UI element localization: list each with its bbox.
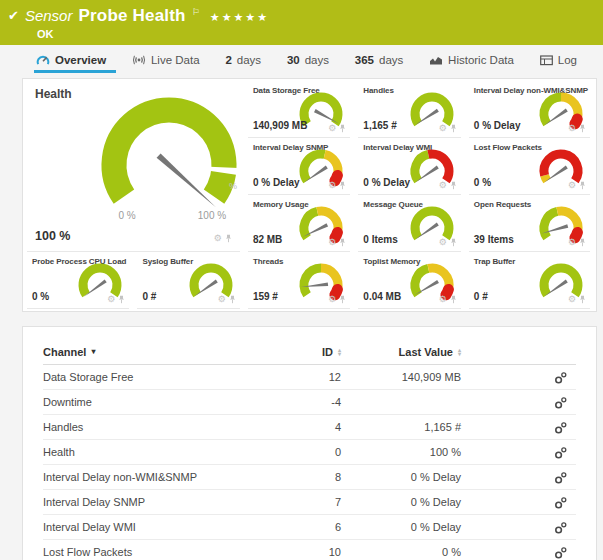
- channel-settings-icon[interactable]: [554, 421, 568, 434]
- column-header-last-value[interactable]: Last Value ▴▾: [341, 346, 461, 358]
- gauge-value: 39 Items: [474, 234, 514, 245]
- channel-id: 6: [231, 521, 341, 533]
- sensor-type-label: Sensor: [25, 7, 73, 24]
- channel-name[interactable]: Interval Delay SNMP: [43, 496, 231, 508]
- gear-icon[interactable]: ⚙: [439, 124, 447, 133]
- tab-365-days[interactable]: 365 days: [353, 50, 413, 73]
- pin-icon[interactable]: [118, 295, 125, 304]
- tab-label: Live Data: [151, 54, 200, 66]
- pin-icon[interactable]: [450, 295, 457, 304]
- tab-30-days[interactable]: 30 days: [285, 50, 339, 73]
- channel-name[interactable]: Interval Delay non-WMI&SNMP: [43, 471, 231, 483]
- gear-icon[interactable]: ⚙: [568, 181, 576, 190]
- gauge-value: 0 % Delay: [474, 120, 521, 131]
- channel-name[interactable]: Handles: [43, 421, 231, 433]
- channel-id: 4: [231, 421, 341, 433]
- channel-settings-icon[interactable]: [554, 446, 568, 459]
- pin-icon[interactable]: [579, 238, 586, 247]
- tab-historic-data[interactable]: Historic Data: [427, 50, 524, 73]
- channel-name[interactable]: Downtime: [43, 396, 231, 408]
- pin-icon[interactable]: [339, 295, 346, 304]
- tab-log[interactable]: Log: [538, 50, 587, 73]
- channel-id: 7: [231, 496, 341, 508]
- pin-icon[interactable]: [579, 181, 586, 190]
- channel-name[interactable]: Interval Delay WMI: [43, 521, 231, 533]
- table-row[interactable]: Lost Flow Packets100 %: [43, 540, 576, 560]
- gear-icon[interactable]: ⚙: [218, 295, 226, 304]
- gauge-cell[interactable]: Threads159 #⚙: [248, 252, 350, 309]
- pin-icon[interactable]: [450, 238, 457, 247]
- gear-icon[interactable]: ⚙: [107, 295, 115, 304]
- channel-name[interactable]: Lost Flow Packets: [43, 546, 231, 558]
- gauge-cell[interactable]: Interval Delay WMI0 % Delay⚙: [358, 138, 460, 195]
- table-row[interactable]: Downtime-4: [43, 390, 576, 415]
- gauge-value: 82 MB: [253, 234, 282, 245]
- pin-icon[interactable]: [579, 295, 586, 304]
- tab-number: 365: [355, 54, 374, 66]
- tab-overview[interactable]: Overview: [34, 50, 116, 73]
- gauge-icon: [36, 54, 50, 66]
- broadcast-icon: [132, 54, 146, 66]
- gauge-value: 0 Items: [363, 234, 397, 245]
- gear-icon[interactable]: ⚙: [328, 124, 336, 133]
- gauge-cell[interactable]: Open Requests39 Items⚙: [469, 195, 590, 252]
- channel-name[interactable]: Health: [43, 446, 231, 458]
- pin-icon[interactable]: [229, 295, 236, 304]
- table-row[interactable]: Interval Delay non-WMI&SNMP80 % Delay: [43, 465, 576, 490]
- gauge-cell[interactable]: Handles1,165 #⚙: [358, 81, 460, 138]
- gauge-cell[interactable]: Memory Usage82 MB⚙: [248, 195, 350, 252]
- health-gauge-cell[interactable]: Health 0 % 100 % % 100 % ⚙: [27, 81, 240, 252]
- gauge-cell[interactable]: Trap Buffer0 #⚙: [469, 252, 590, 309]
- gauge-cell[interactable]: Interval Delay SNMP0 % Delay⚙: [248, 138, 350, 195]
- gauge-cell[interactable]: Data Storage Free140,909 MB⚙: [248, 81, 350, 138]
- channel-settings-icon[interactable]: [554, 396, 568, 409]
- gear-icon[interactable]: ⚙: [439, 181, 447, 190]
- gauge-cell[interactable]: Lost Flow Packets0 %⚙: [469, 138, 590, 195]
- column-label: Channel: [43, 346, 86, 358]
- gear-icon[interactable]: ⚙: [214, 234, 222, 243]
- column-header-channel[interactable]: Channel ▾: [43, 346, 231, 358]
- gauge-cell[interactable]: Interval Delay non-WMI&SNMP0 % Delay⚙: [469, 81, 590, 138]
- table-row[interactable]: Health0100 %: [43, 440, 576, 465]
- gauge-cell[interactable]: Toplist Memory0.04 MB⚙: [358, 252, 460, 309]
- gauge-cell[interactable]: Message Queue0 Items⚙: [358, 195, 460, 252]
- tab-number: 30: [287, 54, 300, 66]
- channel-name[interactable]: Data Storage Free: [43, 371, 231, 383]
- pin-icon[interactable]: [450, 181, 457, 190]
- column-header-id[interactable]: ID ▴▾: [231, 346, 341, 358]
- gear-icon[interactable]: ⚙: [568, 238, 576, 247]
- flag-icon[interactable]: ⚐: [192, 7, 200, 17]
- table-row[interactable]: Interval Delay WMI60 % Delay: [43, 515, 576, 540]
- pin-icon[interactable]: [579, 124, 586, 133]
- table-row[interactable]: Handles41,165 #: [43, 415, 576, 440]
- pin-icon[interactable]: [225, 234, 232, 243]
- gear-icon[interactable]: ⚙: [328, 181, 336, 190]
- gauge-cell[interactable]: Probe Process CPU Load0 %⚙: [27, 252, 129, 309]
- gear-icon[interactable]: ⚙: [439, 295, 447, 304]
- channel-settings-icon[interactable]: [554, 371, 568, 384]
- gauge-cell[interactable]: Syslog Buffer0 #⚙: [137, 252, 239, 309]
- tab-live-data[interactable]: Live Data: [130, 50, 210, 73]
- gauge-value: 1,165 #: [363, 120, 396, 131]
- gear-icon[interactable]: ⚙: [568, 295, 576, 304]
- gear-icon[interactable]: ⚙: [568, 124, 576, 133]
- gear-icon[interactable]: ⚙: [328, 238, 336, 247]
- table-row[interactable]: Data Storage Free12140,909 MB: [43, 365, 576, 390]
- gauge-value: 159 #: [253, 291, 278, 302]
- pin-icon[interactable]: [339, 181, 346, 190]
- channel-settings-icon[interactable]: [554, 546, 568, 559]
- channel-settings-icon[interactable]: [554, 521, 568, 534]
- tab-bar: Overview Live Data 2 days 30 days 365 da…: [0, 45, 603, 73]
- pin-icon[interactable]: [339, 238, 346, 247]
- tab-2-days[interactable]: 2 days: [223, 50, 271, 73]
- pin-icon[interactable]: [339, 124, 346, 133]
- priority-stars[interactable]: ★★★★★: [210, 11, 269, 24]
- pin-icon[interactable]: [450, 124, 457, 133]
- channel-settings-icon[interactable]: [554, 496, 568, 509]
- channel-settings-icon[interactable]: [554, 471, 568, 484]
- table-row[interactable]: Interval Delay SNMP70 % Delay: [43, 490, 576, 515]
- gear-icon[interactable]: ⚙: [328, 295, 336, 304]
- gear-icon[interactable]: ⚙: [439, 238, 447, 247]
- channel-last-value: 0 % Delay: [341, 496, 461, 508]
- tab-label: days: [305, 54, 329, 66]
